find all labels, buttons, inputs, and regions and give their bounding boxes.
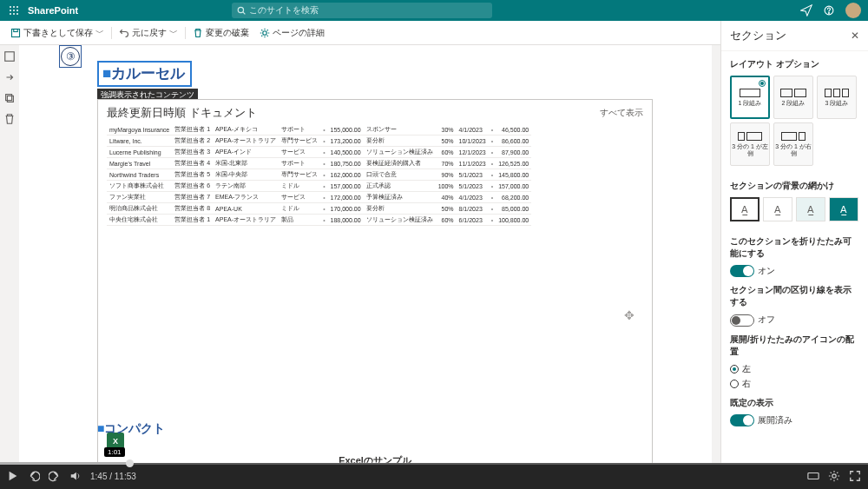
svg-marker-20 <box>71 472 76 480</box>
suite-bar: SharePoint このサイトを検索 <box>0 0 868 21</box>
shading-heading: セクションの背景の網かけ <box>730 180 859 192</box>
svg-point-8 <box>16 13 18 15</box>
delete-icon[interactable] <box>3 113 16 125</box>
icon-align-heading: 展開/折りたたみのアイコンの配置 <box>730 334 859 358</box>
move-handle-icon[interactable]: ✥ <box>624 308 635 322</box>
svg-rect-17 <box>6 95 12 101</box>
arrow-icon[interactable] <box>3 71 16 83</box>
video-control-bar: 1:01 1:45 / 11:53 <box>0 463 868 489</box>
svg-rect-21 <box>808 473 819 479</box>
layout-one-column[interactable]: 1 段組み <box>730 76 770 119</box>
section-heading-carousel[interactable]: ■カルーセル <box>97 61 192 87</box>
step-annotation: ③ <box>59 45 82 68</box>
search-placeholder: このサイトを検索 <box>249 4 319 17</box>
left-rail <box>0 45 19 125</box>
svg-point-6 <box>10 13 11 15</box>
svg-rect-18 <box>7 96 13 102</box>
page-details-button[interactable]: ページの詳細 <box>254 21 330 44</box>
svg-point-22 <box>832 474 836 478</box>
settings-icon[interactable] <box>828 470 840 482</box>
svg-point-4 <box>13 10 15 11</box>
video-time: 1:45 / 11:53 <box>90 472 136 481</box>
save-draft-label: 下書きとして保存 <box>23 27 93 39</box>
svg-rect-13 <box>12 29 20 36</box>
align-right-radio[interactable] <box>730 380 739 388</box>
svg-rect-16 <box>5 52 15 62</box>
table-row: 中央住宅株式会社営業担当者 1APEA-オーストラリア製品•188,000.00… <box>107 215 531 226</box>
divider-heading: セクション間の区切り線を表示する <box>730 284 859 308</box>
svg-point-15 <box>263 30 267 35</box>
user-avatar[interactable] <box>845 3 861 18</box>
svg-rect-14 <box>14 29 18 31</box>
app-launcher-icon[interactable] <box>7 3 21 17</box>
align-left-radio[interactable] <box>730 365 739 373</box>
help-icon[interactable] <box>823 4 835 17</box>
collapsible-toggle[interactable] <box>730 265 754 277</box>
show-all-link[interactable]: すべて表示 <box>600 107 643 119</box>
webpart-title: 最終更新日時順 ドキュメント <box>107 105 257 121</box>
svg-line-10 <box>243 12 246 15</box>
svg-point-3 <box>10 10 11 11</box>
divider-toggle[interactable] <box>730 314 754 327</box>
discard-label: 変更の破棄 <box>206 27 249 39</box>
search-box[interactable]: このサイトを検索 <box>232 3 492 18</box>
layout-one-third-right[interactable]: 3 分の 1 が右側 <box>773 122 813 166</box>
copy-icon[interactable] <box>3 92 16 104</box>
suite-title: SharePoint <box>28 5 78 16</box>
fullscreen-icon[interactable] <box>849 470 861 482</box>
table-row: ソフト商事株式会社営業担当者 6ラテン南部ミドル•157,000.00正式承認1… <box>107 181 531 192</box>
shade-soft[interactable]: A̲ <box>796 197 825 221</box>
default-display-toggle[interactable] <box>730 414 754 426</box>
page-canvas: ③ ■カルーセル 強調表示されたコンテンツ 最終更新日時順 ドキュメント すべて… <box>19 45 712 463</box>
table-row: ファン実業社営業担当者 7EMEA-フランスサービス•172,000.00予算検… <box>107 192 531 203</box>
table-row: Northwind Traders営業担当者 5米国-中央部専門サービス•162… <box>107 169 531 181</box>
svg-point-0 <box>10 6 11 8</box>
undo-button[interactable]: 元に戻す ﹀ <box>114 21 183 44</box>
save-draft-button[interactable]: 下書きとして保存 ﹀ <box>5 21 109 44</box>
skip-back-icon[interactable] <box>28 470 40 482</box>
svg-point-2 <box>16 6 18 8</box>
svg-point-5 <box>16 10 18 11</box>
play-icon[interactable] <box>7 470 19 482</box>
svg-point-9 <box>239 7 244 12</box>
page-details-label: ページの詳細 <box>273 27 325 39</box>
svg-point-7 <box>13 13 15 15</box>
undo-label: 元に戻す <box>132 27 167 39</box>
default-display-heading: 既定の表示 <box>730 397 859 409</box>
send-icon[interactable] <box>800 4 812 17</box>
discard-button[interactable]: 変更の破棄 <box>187 21 254 44</box>
highlighted-content-webpart[interactable]: 最終更新日時順 ドキュメント すべて表示 myMargoya Insurance… <box>97 99 653 463</box>
table-row: Margie's Travel営業担当者 4米国-北東部サポート•180,750… <box>107 158 531 169</box>
shade-strong[interactable]: A̲ <box>829 197 858 221</box>
layout-two-column[interactable]: 2 段組み <box>773 76 813 119</box>
shade-none[interactable]: A̲ <box>730 197 760 221</box>
volume-icon[interactable] <box>69 470 82 482</box>
table-row: Lucerne Publishing営業担当者 3APEA-インドサービス•14… <box>107 147 531 158</box>
table-row: myMargoya Insurance営業担当者 1APEA-メキシコサポート•… <box>107 124 531 135</box>
layout-three-column[interactable]: 3 段組み <box>817 76 857 119</box>
video-progress[interactable] <box>0 462 868 465</box>
layout-heading: レイアウト オプション <box>730 58 859 70</box>
collapsible-heading: このセクションを折りたたみ可能にする <box>730 235 859 260</box>
svg-point-12 <box>829 13 830 14</box>
preview-table: myMargoya Insurance営業担当者 1APEA-メキシコサポート•… <box>107 124 531 226</box>
pane-close-icon[interactable]: ✕ <box>851 30 859 42</box>
layout-one-third-left[interactable]: 3 分の 1 が左側 <box>730 122 770 166</box>
section-heading-compact: ■コンパクト <box>97 421 165 437</box>
seek-tooltip: 1:01 <box>104 447 125 457</box>
table-row: Litware, Inc.営業担当者 2APEA-オーストラリア専門サービス•1… <box>107 135 531 147</box>
pane-title: セクション <box>730 28 786 43</box>
table-row: 明治商品株式会社営業担当者 8APEA-UKミドル•170,000.00要分析5… <box>107 203 531 215</box>
section-add-icon[interactable] <box>3 50 16 63</box>
property-pane: セクション ✕ レイアウト オプション 1 段組み 2 段組み 3 段組み 3 … <box>720 21 868 463</box>
cc-icon[interactable] <box>807 470 819 482</box>
shade-neutral[interactable]: A̲ <box>763 197 792 221</box>
svg-point-1 <box>13 6 15 8</box>
svg-marker-19 <box>10 472 17 481</box>
skip-fwd-icon[interactable] <box>49 470 61 482</box>
